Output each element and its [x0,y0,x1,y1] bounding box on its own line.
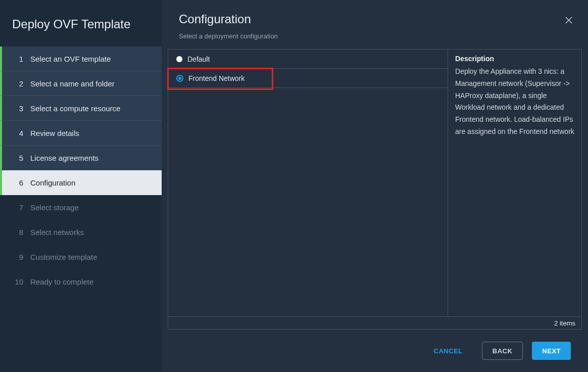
content-area: Default Frontend Network Description Dep… [168,49,582,330]
step-num: 2 [14,79,23,88]
config-body: Default Frontend Network Description Dep… [168,49,582,316]
step-num: 4 [14,129,23,137]
step-num: 10 [14,277,23,286]
footer-buttons: CANCEL BACK NEXT [162,330,588,372]
step-label: Select a name and folder [30,79,115,88]
radio-icon [176,56,182,62]
wizard-title: Deploy OVF Template [0,10,162,46]
step-compute-resource[interactable]: 3 Select a compute resource [0,96,162,121]
close-button[interactable] [565,15,573,27]
page-subtitle: Select a deployment configuration [179,32,571,40]
deploy-ovf-modal: Deploy OVF Template 1 Select an OVF temp… [0,0,588,372]
option-frontend-network[interactable]: Frontend Network [168,69,448,88]
close-icon [565,16,573,24]
cancel-button[interactable]: CANCEL [424,342,473,360]
option-label: Default [187,55,210,63]
option-default[interactable]: Default [168,50,448,69]
wizard-steps: 1 Select an OVF template 2 Select a name… [0,46,162,294]
step-name-folder[interactable]: 2 Select a name and folder [0,71,162,96]
step-num: 7 [14,203,23,212]
step-customize-template: 9 Customize template [0,245,162,269]
wizard-sidebar: Deploy OVF Template 1 Select an OVF temp… [0,0,162,372]
step-label: License agreements [30,154,99,162]
step-label: Select an OVF template [30,55,111,63]
description-column: Description Deploy the Appliance with 3 … [448,50,581,316]
description-title: Description [455,55,574,63]
options-column: Default Frontend Network [168,50,448,316]
step-review-details[interactable]: 4 Review details [0,121,162,146]
step-label: Review details [30,129,79,137]
radio-icon [176,75,183,82]
step-num: 1 [14,55,23,63]
step-select-networks: 8 Select networks [0,220,162,245]
step-label: Select a compute resource [30,104,120,113]
next-button[interactable]: NEXT [532,342,571,360]
page-title: Configuration [179,12,571,26]
description-text: Deploy the Appliance with 3 nics: a Mana… [455,66,574,138]
step-license-agreements[interactable]: 5 License agreements [0,146,162,170]
step-num: 9 [14,253,23,261]
step-num: 6 [14,178,23,187]
step-configuration[interactable]: 6 Configuration [0,170,162,195]
step-num: 3 [14,104,23,113]
step-label: Select storage [30,203,79,212]
step-label: Customize template [30,253,97,261]
option-label: Frontend Network [188,74,244,82]
back-button[interactable]: BACK [482,342,523,360]
step-select-storage: 7 Select storage [0,195,162,220]
step-label: Select networks [30,228,84,237]
step-num: 5 [14,154,23,162]
step-select-ovf[interactable]: 1 Select an OVF template [0,46,162,71]
step-label: Configuration [30,178,75,187]
items-count: 2 items [168,316,582,330]
main-panel: Configuration Select a deployment config… [162,0,588,372]
step-num: 8 [14,228,23,237]
page-header: Configuration Select a deployment config… [162,0,588,49]
step-ready-complete: 10 Ready to complete [0,269,162,294]
step-label: Ready to complete [30,277,93,286]
